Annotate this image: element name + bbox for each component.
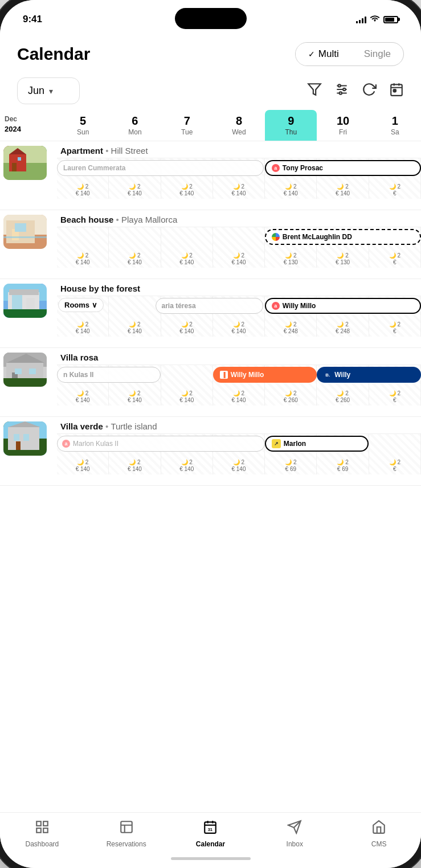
svg-rect-29 [26,298,35,309]
gcell-beach-2: 🌙 2 € 140 [161,227,213,268]
phone-frame: 9:41 [0,0,421,868]
date-header-label: Dec 2024 [0,110,57,141]
svg-rect-45 [16,441,21,450]
date-day-thu: Thu [285,128,297,136]
prop-name-forest: House by the forest [57,279,421,296]
gcell-beach-1: 🌙 2 € 140 [109,227,161,268]
date-day-sat: Sa [391,128,399,136]
date-day-wed: Wed [232,128,246,136]
gcell-villarosa-0: 🌙 2 € 140 [57,365,109,406]
property-row-villaverde: Villa verde • Turtle island 🌙 2 € [0,417,421,486]
home-indicator [0,853,421,868]
app-title: Calendar [17,44,90,64]
signal-bar-1 [356,21,358,23]
signal-bar-3 [362,18,363,23]
view-toggle[interactable]: ✓ Multi Single [295,42,404,66]
gcell-verde-4: 🌙 2 € 69 [265,433,317,474]
prop-name-villaverde: Villa verde • Turtle island [57,417,421,433]
gcell-villarosa-3: 🌙 2 € 140 [213,365,265,406]
date-col-7: 7 Tue [161,110,213,141]
svg-rect-50 [121,821,132,833]
date-col-6: 6 Mon [109,110,161,141]
gcell-villarosa-6: 🌙 2 € [369,365,421,406]
gcell-forest-6: 🌙 2 € [369,296,421,337]
dashboard-icon [35,820,50,838]
reservations-icon [119,820,134,838]
prop-right-apt: Apartment • Hill Street 🌙 2 € 140 [57,141,421,210]
date-num-10: 10 [319,114,366,128]
svg-rect-47 [43,821,48,826]
signal-bars [356,15,366,23]
gcell-beach-4: 🌙 2 € 130 [265,227,317,268]
property-thumb-villarosa [3,353,47,387]
prop-right-beach: Beach house • Playa Mallorca 🌙 2 € [57,210,421,279]
property-thumb-villaverde [3,421,47,456]
control-icons [307,82,404,100]
svg-rect-23 [3,236,47,238]
nav-item-inbox[interactable]: Inbox [272,820,317,848]
gcell-verde-1: 🌙 2 € 140 [109,433,161,474]
battery-icon [383,16,398,23]
property-thumb-forest [3,284,47,318]
svg-rect-11 [394,89,396,92]
gcell-apt-0: 🌙 2 € 140 [57,158,109,199]
date-day-tue: Tue [181,128,193,136]
property-row-villarosa: Villa rosa 🌙 2 € 140 [0,348,421,417]
rooms-chevron-icon: ∨ [92,301,97,309]
nav-item-dashboard[interactable]: Dashboard [19,820,65,848]
gcell-apt-1: 🌙 2 € 140 [109,158,161,199]
svg-point-6 [340,92,342,94]
month-label: Jun [28,85,44,97]
nav-item-cms[interactable]: CMS [356,820,402,848]
nav-item-calendar[interactable]: 31 Calendar [187,820,233,848]
date-num-5: 5 [59,114,107,128]
svg-rect-48 [36,828,41,833]
gcell-villarosa-4: 🌙 2 € 260 [265,365,317,406]
rooms-label: Rooms [64,301,89,309]
svg-rect-43 [14,434,19,441]
date-num-7: 7 [164,114,211,128]
svg-rect-38 [3,378,47,387]
svg-rect-36 [29,369,36,374]
nav-label-calendar: Calendar [196,840,225,848]
gcell-apt-5: 🌙 2 € 140 [317,158,369,199]
nav-item-reservations[interactable]: Reservations [104,820,149,848]
gcell-apt-6: 🌙 2 € [369,158,421,199]
inbox-icon [287,820,302,838]
status-time: 9:41 [23,14,42,25]
svg-rect-14 [9,154,26,171]
property-row-beach: Beach house • Playa Mallorca 🌙 2 € [0,210,421,279]
gcell-beach-0: 🌙 2 € 140 [57,227,109,268]
home-bar [171,857,251,860]
gcell-apt-3: 🌙 2 € 140 [213,158,265,199]
refresh-icon[interactable] [362,82,377,100]
phone-screen: 9:41 [0,0,421,868]
month-selector[interactable]: Jun ▾ [17,77,80,104]
prop-right-villarosa: Villa rosa 🌙 2 € 140 [57,348,421,416]
gcell-villarosa-1: 🌙 2 € 140 [109,365,161,406]
filter-icon[interactable] [307,82,322,100]
calendar-icon[interactable] [389,82,404,100]
grid-cells-beach: 🌙 2 € 140 🌙 2 € 140 [57,227,421,268]
toggle-multi-button[interactable]: ✓ Multi [296,43,351,65]
signal-bar-2 [359,20,361,23]
cms-icon [371,820,386,838]
sliders-icon[interactable] [334,82,349,100]
gcell-forest-3: 🌙 2 € 140 [213,296,265,337]
date-col-5: 5 Sun [57,110,109,141]
gcell-forest-4: 🌙 2 € 248 [265,296,317,337]
signal-bar-4 [365,17,366,23]
prop-left-villaverde [0,417,57,485]
date-num-11: 1 [371,114,419,128]
property-row-forest: House by the forest 🌙 2 € 140 [0,279,421,348]
wifi-icon [370,15,380,24]
gcell-apt-4: 🌙 2 € 140 [265,158,317,199]
nav-label-reservations: Reservations [107,840,146,848]
properties-scroll[interactable]: Apartment • Hill Street 🌙 2 € 140 [0,141,421,812]
gcell-apt-2: 🌙 2 € 140 [161,158,213,199]
date-header: Dec 2024 5 Sun 6 Mon 7 Tue [0,110,421,141]
rooms-dropdown[interactable]: Rooms ∨ [58,298,104,312]
svg-rect-22 [15,223,26,232]
bottom-nav: Dashboard Reservations [0,812,421,853]
toggle-single-button[interactable]: Single [351,43,403,65]
